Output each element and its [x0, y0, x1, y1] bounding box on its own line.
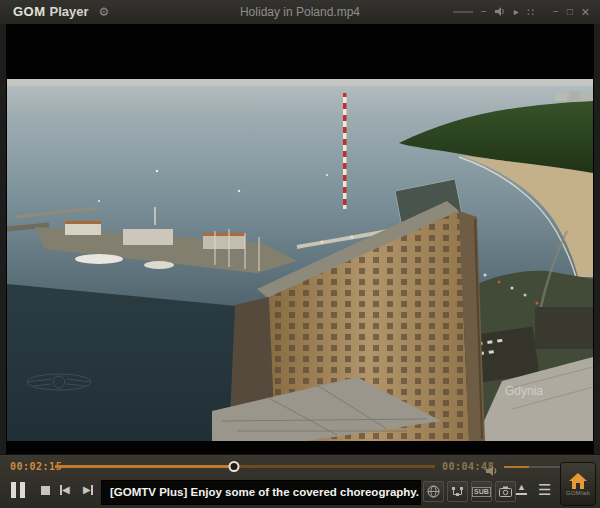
gomtv-marquee[interactable]: [GOMTV Plus] Enjoy some of the covered c… [101, 480, 421, 505]
panel-play-icon[interactable]: ▸ [514, 7, 519, 17]
maximize-button[interactable]: □ [567, 7, 573, 17]
gomlab-button[interactable]: GOMlab [560, 462, 596, 506]
video-area[interactable]: Gdynia [6, 24, 594, 455]
vr-360-button[interactable] [423, 481, 444, 502]
gom-player-window: GOM Player ⚙ Holiday in Poland.mp4 − ▸ ∷… [0, 0, 600, 508]
panel-slider-line [453, 11, 473, 13]
gomlab-label: GOMlab [566, 490, 590, 496]
marquee-text: [GOMTV Plus] Enjoy some of the covered c… [102, 481, 420, 504]
control-panel-button[interactable] [447, 481, 468, 502]
control-bar: 00:02:15 00:04:48 ◀ ▶ [GOMTV Plus] Enjoy… [0, 454, 600, 508]
panel-fullscreen-icon[interactable]: ∷ [527, 7, 533, 17]
subtitle-label: SUB [472, 487, 491, 497]
globe-icon [427, 485, 440, 498]
title-bar[interactable]: GOM Player ⚙ Holiday in Poland.mp4 − ▸ ∷… [0, 0, 600, 24]
control-panel-icon [451, 485, 464, 498]
volume-slider[interactable] [504, 466, 560, 468]
previous-button[interactable]: ◀ [60, 484, 70, 496]
titlebar-icons: − ▸ ∷ − □ ✕ [453, 0, 590, 24]
next-triangle-icon: ▶ [83, 484, 91, 496]
snapshot-button[interactable] [495, 481, 516, 502]
prev-triangle-icon: ◀ [62, 484, 70, 496]
pause-button[interactable] [11, 482, 25, 498]
panel-speaker-icon[interactable] [495, 7, 506, 18]
camera-icon [499, 486, 512, 497]
eject-icon: ▲ [516, 483, 527, 492]
next-button[interactable]: ▶ [83, 484, 93, 496]
video-frame: Gdynia [7, 79, 593, 441]
stop-button[interactable] [41, 486, 50, 495]
playlist-icon: ☰ [538, 481, 551, 498]
volume-icon[interactable] [486, 462, 499, 480]
panel-minus-icon[interactable]: − [481, 7, 487, 17]
subtitle-button[interactable]: SUB [471, 481, 492, 502]
minimize-button[interactable]: − [553, 7, 559, 17]
playlist-button[interactable]: ☰ [538, 481, 551, 499]
seek-progress [55, 465, 234, 468]
city-watermark: Gdynia [505, 384, 543, 398]
close-button[interactable]: ✕ [581, 7, 590, 17]
volume-level [504, 466, 529, 468]
open-file-button[interactable]: ▲ [516, 483, 527, 495]
seek-thumb[interactable] [228, 461, 239, 472]
next-bar-icon [91, 485, 93, 495]
gom-house-icon [569, 473, 587, 489]
eject-bar-icon [516, 493, 527, 495]
seek-bar[interactable] [55, 465, 435, 468]
